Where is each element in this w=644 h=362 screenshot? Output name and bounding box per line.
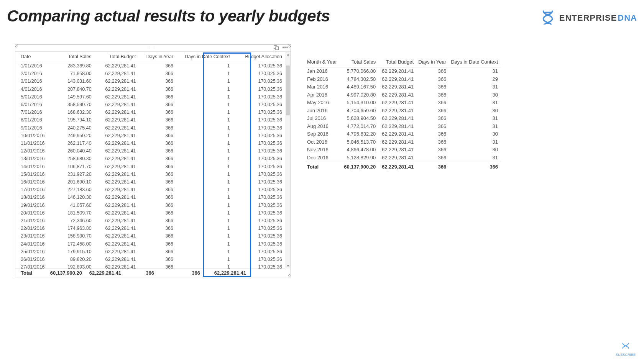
table-header-row[interactable]: DateTotal SalesTotal BudgetDays in YearD… (15, 52, 285, 62)
table-row[interactable]: 24/01/2016172,458.0062,229,281.413661170… (15, 240, 285, 248)
table-row[interactable]: 27/01/2016192,893.0062,229,281.413661170… (15, 263, 285, 269)
cell: 366 (139, 209, 176, 217)
brand-text-1: ENTERPRISE (559, 13, 617, 23)
cell: 15/01/2016 (15, 170, 53, 178)
table-row[interactable]: 5/01/2016149,597.6062,229,281.413661170,… (15, 93, 285, 101)
cell: 62,229,281.41 (379, 130, 417, 138)
more-options-icon[interactable]: ••• (282, 45, 288, 50)
scroll-up-icon[interactable]: ▲ (286, 52, 290, 56)
table-row[interactable]: 10/01/2016249,950.2062,229,281.413661170… (15, 132, 285, 139)
table-row[interactable]: Mar 20164,489,167.5062,229,281.4136631 (306, 83, 501, 91)
cell: 4,704,659.60 (341, 107, 379, 115)
daily-table-scroll: DateTotal SalesTotal BudgetDays in YearD… (15, 52, 285, 269)
table-row[interactable]: Apr 20164,997,020.8062,229,281.4136630 (306, 91, 501, 99)
cell: 258,680.30 (53, 155, 95, 162)
cell: 62,229,281.41 (379, 107, 417, 115)
cell: 1 (176, 124, 233, 132)
table-row[interactable]: 23/01/2016158,930.7062,229,281.413661170… (15, 232, 285, 240)
table-row[interactable]: 13/01/2016258,680.3062,229,281.413661170… (15, 155, 285, 162)
table-row[interactable]: 15/01/2016231,927.2062,229,281.413661170… (15, 170, 285, 178)
cell: 1 (176, 132, 233, 139)
cell: 72,346.60 (53, 217, 95, 224)
cell: 366 (139, 186, 176, 193)
column-header[interactable]: Days in Date Context (176, 52, 233, 62)
table-row[interactable]: 1/01/2016283,369.8062,229,281.413661170,… (15, 62, 285, 70)
column-header[interactable]: Days in Date Context (449, 57, 501, 67)
column-header[interactable]: Days in Year (139, 52, 176, 62)
table-row[interactable]: 9/01/2016240,275.4062,229,281.413661170,… (15, 124, 285, 132)
drag-handle-icon[interactable] (150, 47, 156, 49)
table-row[interactable]: 3/01/2016143,031.6062,229,281.413661170,… (15, 77, 285, 85)
table-row[interactable]: 11/01/2016262,117.4062,229,281.413661170… (15, 139, 285, 147)
vertical-scrollbar[interactable]: ▲ ▼ (285, 52, 291, 269)
table-row[interactable]: 18/01/2016146,120.3062,229,281.413661170… (15, 193, 285, 201)
table-row[interactable]: 21/01/201672,346.6062,229,281.413661170,… (15, 217, 285, 224)
table-row[interactable]: Nov 20164,866,478.0062,229,281.4136630 (306, 146, 501, 154)
table-row[interactable]: 22/01/2016174,963.8062,229,281.413661170… (15, 224, 285, 232)
subscribe-badge[interactable]: SUBSCRIBE (616, 342, 636, 357)
cell: 1 (176, 77, 233, 85)
table-row[interactable]: Jul 20165,628,904.5062,229,281.4136631 (306, 115, 501, 123)
table-row[interactable]: Sep 20164,795,632.2062,229,281.4136630 (306, 130, 501, 138)
cell: 366 (139, 224, 176, 232)
cell: 1 (176, 101, 233, 108)
cell: 62,229,281.41 (379, 123, 417, 131)
cell: 366 (139, 85, 176, 93)
cell: 62,229,281.41 (95, 263, 139, 269)
column-header[interactable]: Total Sales (53, 52, 95, 62)
table-row[interactable]: 6/01/2016358,590.7062,229,281.413661170,… (15, 101, 285, 108)
table-row[interactable]: Jun 20164,704,659.6062,229,281.4136630 (306, 107, 501, 115)
cell: 8/01/2016 (15, 116, 53, 124)
scroll-down-icon[interactable]: ▼ (286, 264, 290, 268)
table-row[interactable]: 7/01/2016168,632.3062,229,281.413661170,… (15, 108, 285, 116)
table-row[interactable]: 12/01/2016260,040.4062,229,281.413661170… (15, 147, 285, 155)
column-header[interactable]: Days in Year (417, 57, 449, 67)
cell: 170,025.36 (233, 217, 285, 224)
table-row[interactable]: 26/01/201689,820.2062,229,281.413661170,… (15, 256, 285, 263)
focus-mode-icon[interactable] (274, 45, 279, 50)
cell: 170,025.36 (233, 101, 285, 108)
table-row[interactable]: Oct 20165,046,513.7062,229,281.4136631 (306, 138, 501, 146)
table-row[interactable]: Aug 20164,772,014.7062,229,281.4136631 (306, 123, 501, 131)
table-row[interactable]: 20/01/2016181,509.7062,229,281.413661170… (15, 209, 285, 217)
resize-handle-icon[interactable] (288, 274, 291, 277)
cell: 366 (139, 201, 176, 209)
cell: 1 (176, 93, 233, 101)
column-header[interactable]: Total Budget (379, 57, 417, 67)
table-row[interactable]: 19/01/201641,057.6062,229,281.413661170,… (15, 201, 285, 209)
table-row[interactable]: Dec 20165,128,829.9062,229,281.4136631 (306, 154, 501, 162)
column-header[interactable]: Date (15, 52, 53, 62)
daily-table-visual[interactable]: ••• DateTotal SalesTotal BudgetDays in Y… (15, 44, 291, 277)
column-header[interactable]: Total Budget (95, 52, 139, 62)
table-header-row[interactable]: Month & YearTotal SalesTotal BudgetDays … (306, 57, 501, 67)
table-row[interactable]: 8/01/2016195,794.1062,229,281.413661170,… (15, 116, 285, 124)
cell: 170,025.36 (233, 77, 285, 85)
table-row[interactable]: May 20165,154,310.0062,229,281.4136631 (306, 99, 501, 107)
cell: 1 (176, 178, 233, 186)
cell: 1 (176, 163, 233, 170)
table-row[interactable]: 16/01/2016201,690.1062,229,281.413661170… (15, 178, 285, 186)
monthly-table-visual[interactable]: Month & YearTotal SalesTotal BudgetDays … (306, 57, 501, 171)
table-row[interactable]: 17/01/2016227,183.6062,229,281.413661170… (15, 186, 285, 193)
table-row[interactable]: 4/01/2016207,840.7062,229,281.413661170,… (15, 85, 285, 93)
cell: 170,025.36 (233, 108, 285, 116)
cell: 170,025.36 (233, 232, 285, 240)
scrollbar-thumb[interactable] (286, 66, 290, 115)
table-row[interactable]: 2/01/201671,958.0062,229,281.413661170,0… (15, 70, 285, 77)
column-header[interactable]: Month & Year (306, 57, 341, 67)
cell: 62,229,281.41 (95, 139, 139, 147)
table-row[interactable]: 14/01/2016106,871.7062,229,281.413661170… (15, 163, 285, 170)
cell: 366 (139, 193, 176, 201)
table-row[interactable]: Feb 20164,784,302.5062,229,281.4136629 (306, 75, 501, 84)
cell: 25/01/2016 (15, 248, 53, 256)
column-header[interactable]: Budget Allocation (233, 52, 285, 62)
cell: 1 (176, 170, 233, 178)
cell: 366 (139, 232, 176, 240)
column-header[interactable]: Total Sales (341, 57, 379, 67)
cell: 170,025.36 (233, 186, 285, 193)
table-row[interactable]: Jan 20165,770,066.8062,229,281.4136631 (306, 67, 501, 75)
cell: 149,597.60 (53, 93, 95, 101)
cell: 227,183.60 (53, 186, 95, 193)
table-row[interactable]: 25/01/2016179,915.1062,229,281.413661170… (15, 248, 285, 256)
cell: 170,025.36 (233, 116, 285, 124)
